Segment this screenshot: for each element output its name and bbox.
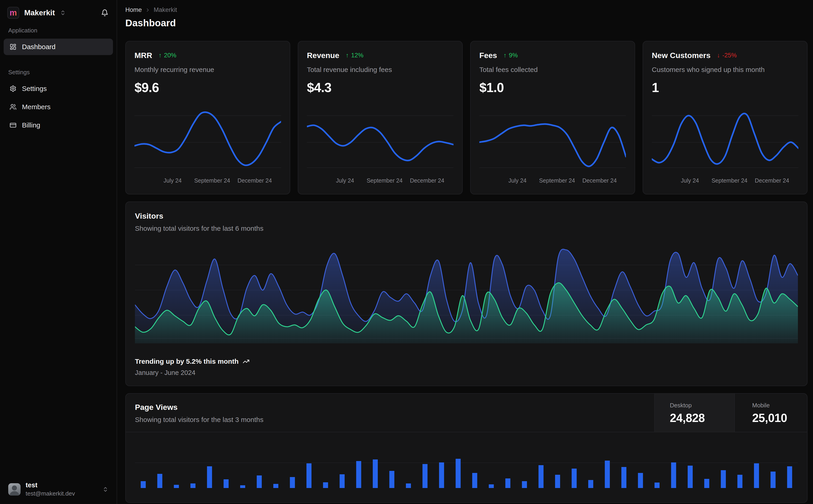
trend-value: 20% <box>164 52 176 59</box>
trend-down-icon: ↓ <box>717 52 720 59</box>
sidebar-item-label: Billing <box>22 121 40 129</box>
page-views-subtitle: Showing total visitors for the last 3 mo… <box>135 416 645 424</box>
axis-label: July 24 <box>163 177 181 184</box>
axis-label: December 24 <box>755 177 789 184</box>
logo-letter: m <box>10 9 17 17</box>
bell-icon[interactable] <box>101 9 108 16</box>
chevrons-up-down-icon <box>60 10 66 16</box>
tab-value: 25,010 <box>752 411 807 425</box>
axis-label: December 24 <box>238 177 272 184</box>
stat-description: Total revenue including fees <box>307 66 453 74</box>
visitors-card: Visitors Showing total visitors for the … <box>125 202 808 386</box>
sidebar: m Makerkit Application Dashboard Setting… <box>0 0 117 504</box>
stat-value: 1 <box>652 80 798 95</box>
main-content: Home Makerkit Dashboard MRR ↑ 20% Monthl… <box>117 0 813 504</box>
trend-badge: ↓ -25% <box>717 52 737 59</box>
x-axis-labels: July 24 September 24 December 24 <box>307 177 453 186</box>
user-menu[interactable]: test test@makerkit.dev <box>0 475 117 504</box>
sidebar-item-label: Dashboard <box>22 43 56 51</box>
axis-label: September 24 <box>367 177 403 184</box>
visitors-date-range: January - June 2024 <box>135 369 798 377</box>
trend-value: 12% <box>351 52 363 59</box>
stat-value: $4.3 <box>307 80 453 95</box>
trend-up-icon: ↑ <box>158 52 162 59</box>
trend-up-icon: ↑ <box>504 52 507 59</box>
trend-badge: ↑ 12% <box>346 52 364 59</box>
tab-label: Desktop <box>670 402 734 409</box>
page-views-card: Page Views Showing total visitors for th… <box>125 393 808 503</box>
stat-description: Monthly recurring revenue <box>134 66 281 74</box>
visitors-title: Visitors <box>135 212 798 220</box>
stat-card-revenue: Revenue ↑ 12% Total revenue including fe… <box>298 41 463 194</box>
x-axis-labels: July 24 September 24 December 24 <box>479 177 626 186</box>
tab-mobile[interactable]: Mobile 25,010 <box>734 394 807 432</box>
stat-title: Revenue <box>307 51 339 60</box>
stat-card-new-customers: New Customers ↓ -25% Customers who signe… <box>643 41 808 194</box>
x-axis-labels: July 24 September 24 December 24 <box>134 177 281 186</box>
user-name: test <box>26 481 75 489</box>
workspace-selector[interactable]: m Makerkit <box>0 0 117 20</box>
axis-label: July 24 <box>508 177 526 184</box>
chevrons-up-down-icon <box>102 486 108 492</box>
sidebar-item-billing[interactable]: Billing <box>4 117 113 133</box>
user-photo-placeholder <box>8 483 21 496</box>
dashboard-grid-icon <box>10 43 16 50</box>
user-info: test test@makerkit.dev <box>26 481 75 497</box>
visitors-subtitle: Showing total visitors for the last 6 mo… <box>135 225 798 232</box>
avatar <box>8 483 21 496</box>
users-icon <box>10 103 16 110</box>
x-axis-labels: July 24 September 24 December 24 <box>652 177 798 186</box>
sidebar-item-label: Settings <box>22 85 47 93</box>
app-root: m Makerkit Application Dashboard Setting… <box>0 0 813 504</box>
stat-description: Total fees collected <box>479 66 626 74</box>
trend-badge: ↑ 9% <box>504 52 518 59</box>
stat-description: Customers who signed up this month <box>652 66 798 74</box>
axis-label: September 24 <box>539 177 575 184</box>
gear-icon <box>10 85 16 92</box>
workspace-name: Makerkit <box>24 8 55 17</box>
stat-title: MRR <box>134 51 152 60</box>
sidebar-item-label: Members <box>22 103 50 111</box>
sidebar-item-dashboard[interactable]: Dashboard <box>4 39 113 55</box>
breadcrumb: Home Makerkit <box>125 6 808 13</box>
visitors-trend-text: Trending up by 5.2% this month <box>135 358 239 365</box>
sidebar-item-members[interactable]: Members <box>4 99 113 115</box>
axis-label: September 24 <box>712 177 747 184</box>
trend-value: 9% <box>509 52 518 59</box>
trending-up-icon <box>243 358 250 365</box>
axis-label: July 24 <box>681 177 699 184</box>
stat-card-fees: Fees ↑ 9% Total fees collected $1.0 July… <box>470 41 635 194</box>
page-views-header: Page Views Showing total visitors for th… <box>126 394 807 432</box>
stat-value: $1.0 <box>479 80 626 95</box>
page-title: Dashboard <box>125 18 808 29</box>
axis-label: December 24 <box>582 177 617 184</box>
chevron-right-icon <box>145 7 150 13</box>
stat-card-mrr: MRR ↑ 20% Monthly recurring revenue $9.6… <box>125 41 290 194</box>
tab-value: 24,828 <box>670 411 734 425</box>
user-email: test@makerkit.dev <box>26 490 75 497</box>
axis-label: July 24 <box>336 177 354 184</box>
breadcrumb-home[interactable]: Home <box>125 6 142 13</box>
sidebar-item-settings[interactable]: Settings <box>4 80 113 97</box>
visitors-area-chart <box>135 243 798 343</box>
stat-cards-grid: MRR ↑ 20% Monthly recurring revenue $9.6… <box>125 41 808 194</box>
page-views-bar-chart <box>135 435 798 488</box>
stat-value: $9.6 <box>134 80 281 95</box>
mrr-sparkline-chart <box>134 105 281 173</box>
trend-up-icon: ↑ <box>346 52 349 59</box>
page-views-tabs: Desktop 24,828 Mobile 25,010 <box>654 394 807 432</box>
breadcrumb-current: Makerkit <box>154 6 177 13</box>
sidebar-section-settings: Settings <box>8 69 108 76</box>
stat-title: Fees <box>479 51 497 60</box>
tab-desktop[interactable]: Desktop 24,828 <box>654 394 734 432</box>
stat-title: New Customers <box>652 51 711 60</box>
credit-card-icon <box>10 122 16 129</box>
tab-label: Mobile <box>752 402 807 409</box>
revenue-sparkline-chart <box>307 105 453 173</box>
makerkit-logo: m <box>7 7 19 19</box>
axis-label: September 24 <box>194 177 230 184</box>
fees-sparkline-chart <box>479 105 626 173</box>
trend-value: -25% <box>722 52 737 59</box>
page-views-title: Page Views <box>135 403 645 412</box>
trend-badge: ↑ 20% <box>158 52 176 59</box>
